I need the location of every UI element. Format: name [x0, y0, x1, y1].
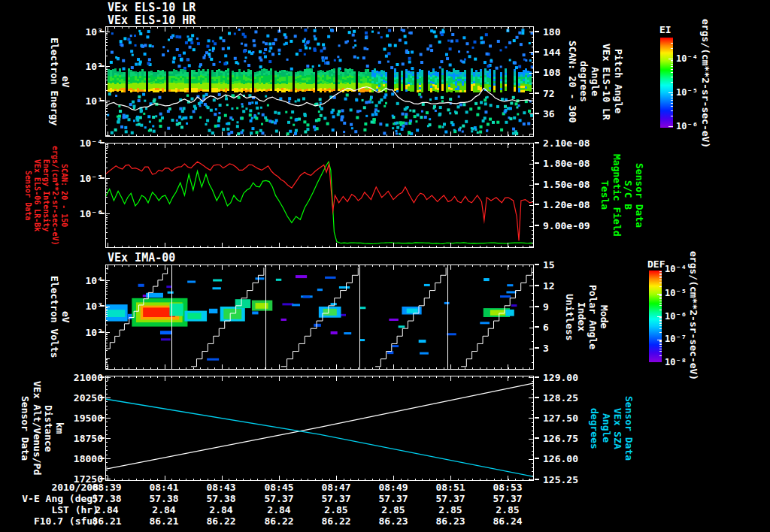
colorbar-tick-label: 10⁻⁴ [676, 54, 698, 63]
axis-tick-dash [535, 376, 539, 378]
axis-tick-dash [535, 437, 539, 439]
y-tick-label: 126.00 [543, 454, 578, 464]
y-tick-label: 129.00 [543, 373, 578, 382]
panel4-left-axis-label-line: Distance [43, 405, 53, 452]
footer-value: 86.22 [264, 516, 293, 526]
y-tick-label: 19500 [74, 413, 103, 423]
y-tick-label: 108 [543, 68, 560, 77]
footer-value: 86.21 [149, 516, 178, 526]
y-tick-label: 9.00e-09 [543, 221, 590, 231]
panel1-right-axis-label: SCAN: 20 - 300degreesAngleVEx ELS-10 LRP… [562, 26, 627, 137]
y-tick-label: 1.50e-08 [543, 180, 590, 189]
panel1-left-axis-label: Electron EnergyeV [41, 26, 78, 137]
colorbar-def-unit: ergs/(cm**2-sr-sec-eV) [688, 268, 699, 364]
panel3-right-axis-label-line: Index [575, 302, 586, 331]
colorbar-tick-label: 10⁻⁴ [665, 264, 687, 274]
footer-value: 86.22 [206, 516, 235, 526]
colorbar-tick-label: 10⁻⁶ [665, 312, 687, 321]
time-tick-label: 08:41 [149, 482, 178, 492]
axis-tick-dash [535, 204, 539, 205]
def-colorbar [649, 271, 662, 362]
panel1-title-line1: VEx ELS-10 LR [108, 2, 196, 14]
axis-tick-dash [535, 113, 539, 114]
footer-value: 2.84 [152, 505, 175, 515]
axis-tick-dash [100, 478, 105, 479]
footer-value: 86.23 [378, 516, 408, 526]
footer-value: 2.85 [438, 505, 462, 515]
panel3-left-axis-label-line: eV [60, 311, 71, 323]
axis-tick-dash [100, 331, 105, 333]
footer-value: 2.84 [267, 505, 290, 515]
axis-tick-dash [100, 376, 105, 378]
time-tick-label: 08:51 [435, 482, 465, 492]
y-tick-label: 15 [543, 260, 555, 270]
panel4-left-axis-label-line: km [54, 422, 65, 434]
footer-value: 2.84 [209, 505, 232, 515]
footer-row-label: V-E Ang (deg) [22, 494, 99, 503]
panel4-left-axis-label: Sensor DataVEx Alt/Venus/PdDistancekm [15, 376, 69, 481]
footer-value: 86.21 [92, 516, 121, 526]
y-tick-label: 125.25 [543, 475, 578, 485]
tplot-multipanel-display: VEx ELS-10 LR VEx ELS-10 HR VEx IMA-00 E… [0, 0, 770, 532]
y-tick-label: 127.50 [543, 413, 578, 423]
axis-tick-dash [535, 31, 539, 32]
axis-tick-dash [535, 326, 539, 328]
axis-tick-dash [100, 65, 105, 67]
panel3-title: VEx IMA-00 [108, 252, 175, 264]
time-tick-label: 08:53 [493, 482, 522, 492]
axis-tick-dash [100, 437, 105, 439]
axis-tick-dash [535, 347, 539, 349]
colorbar-ei-unit: ergs/(cm**2-sr-sec-eV) [700, 36, 711, 131]
axis-tick-dash [100, 458, 105, 459]
panel3-right-axis-label-line: Unitless [564, 294, 574, 341]
panel1-right-axis-label-line: Angle [590, 67, 600, 96]
distance-sza-canvas [105, 376, 534, 481]
panel2-left-axis-label-line: ergs/(cm**2-sr-sec-eV) [51, 146, 59, 245]
panel1-left-axis-label-line: eV [60, 76, 71, 88]
panel3-right-axis-label: UnitlessIndexPolar AngleMode [559, 264, 614, 370]
intensity-bfield-canvas [105, 143, 534, 248]
time-tick-label: 08:43 [206, 482, 235, 492]
colorbar-ei-unit-text: ergs/(cm**2-sr-sec-eV) [700, 19, 711, 148]
axis-tick-dash [535, 264, 539, 265]
axis-tick-dash [535, 162, 539, 164]
axis-tick-dash [100, 100, 105, 101]
axis-tick-dash [535, 51, 539, 53]
axis-tick-dash [535, 306, 539, 307]
axis-tick-dash [535, 71, 539, 73]
footer-value: 57.38 [92, 494, 121, 503]
footer-value: 2.85 [381, 505, 405, 515]
axis-tick-dash [100, 213, 105, 214]
footer-value: 57.37 [321, 494, 350, 503]
panel2-right-axis-label: TeslaMagnetic FieldS/C BSensor Data [597, 143, 647, 248]
panel1-right-axis-label-line: SCAN: 20 - 300 [566, 41, 577, 123]
y-tick-label: 1.20e-08 [543, 200, 590, 210]
y-tick-label: 18750 [74, 434, 103, 443]
footer-value: 2.85 [324, 505, 347, 515]
axis-tick-dash [535, 285, 539, 286]
axis-tick-dash [535, 183, 539, 185]
y-tick-label: 1.80e-08 [543, 159, 590, 168]
time-tick-label: 08:39 [92, 482, 121, 492]
footer-value: 2.84 [95, 505, 118, 515]
time-tick-label: 08:47 [321, 482, 350, 492]
panel4-right-axis-label-line: Sensor Data [623, 396, 634, 461]
panel2-right-axis-label-line: S/C B [623, 180, 633, 210]
y-tick-label: 12 [543, 281, 555, 291]
panel4-right-axis-label-line: Angle [600, 413, 611, 443]
axis-tick-dash [535, 417, 539, 419]
panel1-right-axis-label-line: degrees [578, 61, 589, 102]
colorbar-tick-label: 10⁻⁸ [665, 358, 687, 367]
y-tick-label: 20250 [74, 393, 103, 403]
colorbar-tick-label: 10⁻⁶ [676, 122, 698, 131]
colorbar-ei-title: EI [659, 25, 671, 35]
panel3-left-axis-label-line: Electron Volts [48, 276, 59, 358]
footer-value: 57.37 [493, 494, 522, 503]
axis-tick-dash [100, 397, 105, 398]
footer-value: 57.37 [378, 494, 408, 503]
y-tick-label: 2.10e-08 [543, 138, 590, 148]
panel3-left-axis-label: Electron VoltseV [41, 264, 78, 370]
panel2-right-axis-label-line: Sensor Data [634, 163, 644, 228]
footer-row-label: F10.7 (sfu) [34, 516, 99, 526]
time-tick-label: 08:45 [264, 482, 293, 492]
